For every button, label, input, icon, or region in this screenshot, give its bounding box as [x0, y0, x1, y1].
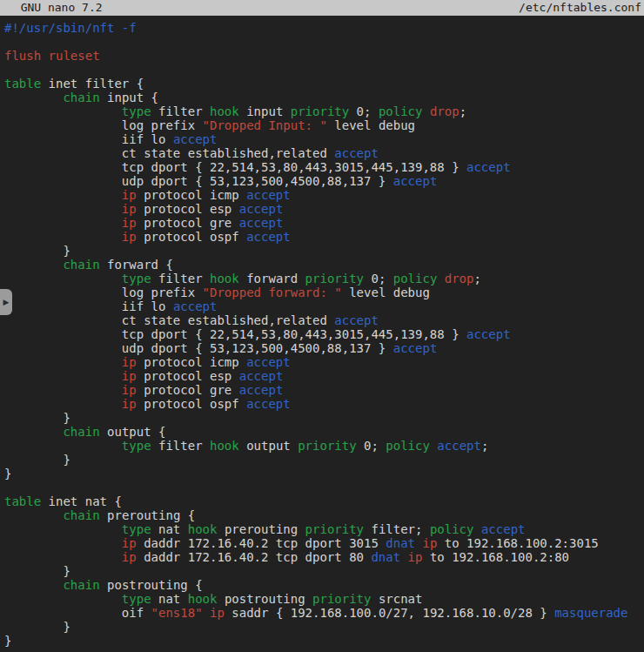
code-line: ip protocol esp accept: [4, 202, 644, 216]
code-line: }: [4, 244, 644, 258]
code-line: chain prerouting {: [4, 508, 644, 522]
code-line: [4, 481, 644, 494]
code-line: chain postrouting {: [4, 578, 644, 592]
code-line: iif lo accept: [4, 299, 644, 313]
code-line: type nat hook postrouting priority srcna…: [4, 592, 644, 606]
editor-area[interactable]: #!/usr/sbin/nft -f flush ruleset table i…: [0, 16, 644, 652]
code-line: type nat hook prerouting priority filter…: [4, 522, 644, 536]
nano-titlebar: GNU nano 7.2 /etc/nftables.conf: [0, 0, 644, 16]
code-line: type filter hook input priority 0; polic…: [4, 104, 644, 118]
terminal-window: GNU nano 7.2 /etc/nftables.conf #!/usr/s…: [0, 0, 644, 652]
code-line: chain forward {: [4, 258, 644, 272]
code-line: }: [4, 634, 644, 648]
code-line: ct state established,related accept: [4, 313, 644, 327]
code-line: ip protocol icmp accept: [4, 355, 644, 369]
code-line: ip daddr 172.16.40.2 tcp dport 80 dnat i…: [4, 550, 644, 564]
code-line: iif lo accept: [4, 132, 644, 146]
open-file-path: /etc/nftables.conf: [519, 0, 644, 16]
code-line: type filter hook output priority 0; poli…: [4, 439, 644, 453]
code-line: chain output {: [4, 425, 644, 439]
nano-version-label: GNU nano 7.2: [0, 0, 103, 16]
code-line: chain input {: [4, 91, 644, 104]
code-line: }: [4, 564, 644, 578]
code-line: ip protocol gre accept: [4, 383, 644, 397]
code-line: ip daddr 172.16.40.2 tcp dport 3015 dnat…: [4, 536, 644, 550]
code-line: }: [4, 411, 644, 425]
side-panel-handle[interactable]: ▶: [0, 289, 12, 315]
chevron-right-icon: ▶: [3, 298, 10, 306]
code-line: udp dport { 53,123,500,4500,88,137 } acc…: [4, 341, 644, 355]
code-line: table inet nat {: [4, 494, 644, 508]
code-line: ip protocol icmp accept: [4, 188, 644, 202]
code-line: table inet filter {: [4, 77, 644, 91]
code-line: type filter hook forward priority 0; pol…: [4, 272, 644, 286]
code-line: }: [4, 453, 644, 467]
code-line: }: [4, 620, 644, 634]
code-line: ip protocol ospf accept: [4, 230, 644, 244]
code-line: tcp dport { 22,514,53,80,443,3015,445,13…: [4, 327, 644, 341]
code-line: log prefix "Dropped Input: " level debug: [4, 118, 644, 132]
code-line: [4, 35, 644, 49]
code-line: log prefix "Dropped forward: " level deb…: [4, 286, 644, 299]
code-line: ip protocol gre accept: [4, 216, 644, 230]
code-line: ct state established,related accept: [4, 146, 644, 160]
code-line: }: [4, 467, 644, 481]
code-line: ip protocol ospf accept: [4, 397, 644, 411]
code-line: tcp dport { 22,514,53,80,443,3015,445,13…: [4, 160, 644, 174]
code-line: udp dport { 53,123,500,4500,88,137 } acc…: [4, 174, 644, 188]
code-line: [4, 63, 644, 77]
code-line: ip protocol esp accept: [4, 369, 644, 383]
code-line: #!/usr/sbin/nft -f: [4, 21, 644, 35]
code-line: flush ruleset: [4, 49, 644, 63]
code-line: oif "ens18" ip saddr { 192.168.100.0/27,…: [4, 606, 644, 620]
